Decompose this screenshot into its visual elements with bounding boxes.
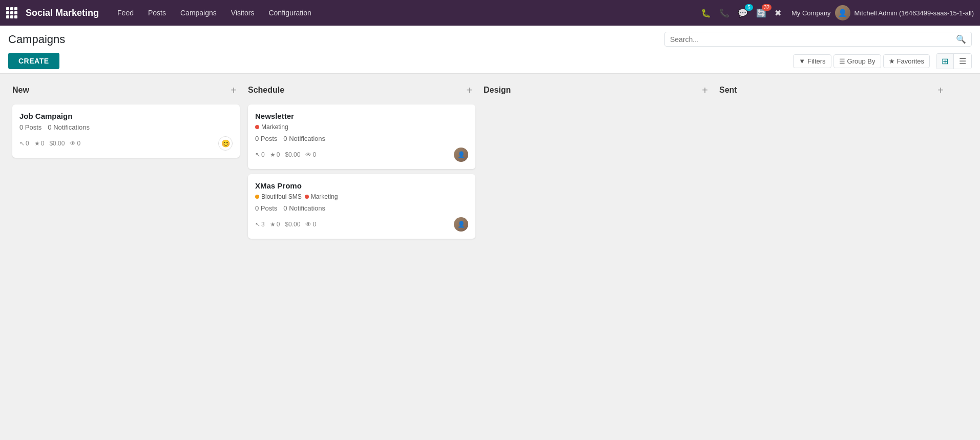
card-posts: 0 Posts [255, 204, 277, 212]
column-add-design[interactable]: + [699, 84, 711, 96]
kanban-column-design: Design + [479, 82, 715, 424]
card-stats-row: 0 Posts 0 Notifications [255, 135, 468, 142]
card-footer: ↖ 3 ★ 0 $0.00 👁 0 [255, 217, 468, 232]
impressions-value: 0 [312, 221, 316, 228]
nav-campaigns[interactable]: Campaigns [174, 6, 223, 20]
subheader-top: Campaigns 🔍 [8, 32, 972, 47]
star-icon: ★ [270, 151, 276, 158]
cursor-icon: ↖ [19, 140, 25, 147]
nav-feed[interactable]: Feed [111, 6, 140, 20]
subheader-actions: CREATE ▼ Filters ☰ Group By ★ Favorites … [8, 53, 972, 73]
column-title-new: New [12, 86, 29, 95]
clicks-value: 0 [261, 151, 265, 158]
cursor-icon: ↖ [255, 221, 260, 228]
eye-icon: 👁 [305, 221, 311, 228]
kanban-column-new: New + Job Campaign 0 Posts 0 Notificatio… [8, 82, 244, 424]
nav-configuration[interactable]: Configuration [262, 6, 317, 20]
groupby-button[interactable]: ☰ Group By [833, 54, 881, 68]
star-icon: ★ [34, 140, 40, 147]
column-header-schedule: Schedule + [248, 82, 475, 98]
activity-badge: 32 [762, 4, 772, 11]
create-button[interactable]: CREATE [8, 53, 59, 69]
groupby-label: Group By [847, 57, 875, 65]
star-icon: ★ [270, 221, 276, 228]
card-notifications: 0 Notifications [283, 135, 325, 142]
tag-label: Bioutifoul SMS [261, 193, 302, 200]
card-tag: Marketing [305, 193, 338, 200]
metric-stars: ★ 0 [34, 140, 45, 147]
metric-impressions: 👁 0 [305, 151, 316, 158]
card-avatar: 👤 [454, 217, 468, 232]
settings-icon-btn[interactable]: ✖ [773, 6, 783, 20]
column-title-sent: Sent [719, 86, 737, 95]
tag-label: Marketing [311, 193, 338, 200]
bug-icon-btn[interactable]: 🐛 [699, 6, 713, 20]
metric-impressions: 👁 0 [70, 140, 80, 147]
stars-value: 0 [277, 151, 280, 158]
search-bar: 🔍 [664, 32, 972, 47]
kanban-card-xmas-promo[interactable]: XMas Promo Bioutifoul SMS Marketing 0 Po… [248, 174, 475, 239]
card-title: Job Campaign [19, 112, 233, 120]
chat-badge: 5 [745, 4, 753, 11]
filter-icon: ▼ [799, 57, 805, 65]
card-notifications: 0 Notifications [283, 204, 325, 212]
user-menu[interactable]: 👤 Mitchell Admin (16463499-saas-15-1-all… [835, 5, 974, 20]
tag-label: Marketing [261, 123, 288, 131]
topbar-icons: 🐛 📞 💬 5 🔄 32 ✖ My Company 👤 Mitchell Adm… [699, 5, 974, 20]
app-grid-icon[interactable] [6, 7, 17, 18]
kanban-board: New + Job Campaign 0 Posts 0 Notificatio… [0, 74, 980, 432]
column-add-new[interactable]: + [227, 84, 240, 96]
filters-button[interactable]: ▼ Filters [793, 54, 831, 68]
dollar-value: $0.00 [285, 151, 300, 158]
favorites-button[interactable]: ★ Favorites [883, 54, 930, 68]
top-nav: Feed Posts Campaigns Visitors Configurat… [111, 6, 695, 20]
card-stats-row: 0 Posts 0 Notifications [255, 204, 468, 212]
column-header-sent: Sent + [719, 82, 947, 98]
search-input[interactable] [670, 35, 956, 44]
kanban-view-button[interactable]: ⊞ [936, 54, 954, 69]
column-title-design: Design [484, 86, 511, 95]
eye-icon: 👁 [70, 140, 76, 147]
column-title-schedule: Schedule [248, 86, 284, 95]
phone-icon-btn[interactable]: 📞 [717, 6, 732, 20]
kanban-card-newsletter[interactable]: Newsletter Marketing 0 Posts 0 Notificat… [248, 104, 475, 169]
column-header-new: New + [12, 82, 240, 98]
filter-actions: ▼ Filters ☰ Group By ★ Favorites ⊞ ☰ [793, 53, 972, 69]
card-metrics: ↖ 0 ★ 0 $0.00 👁 0 [19, 140, 80, 147]
column-add-schedule[interactable]: + [463, 84, 475, 96]
tag-dot [305, 195, 309, 199]
list-view-button[interactable]: ☰ [954, 54, 971, 69]
kanban-column-sent: Sent + [715, 82, 951, 424]
card-posts: 0 Posts [255, 135, 277, 142]
column-add-sent[interactable]: + [934, 84, 947, 96]
card-title: Newsletter [255, 112, 468, 120]
metric-stars: ★ 0 [270, 221, 280, 228]
company-name[interactable]: My Company [791, 9, 831, 17]
activity-icon-btn[interactable]: 🔄 32 [754, 6, 768, 20]
stars-value: 0 [41, 140, 45, 147]
view-toggle: ⊞ ☰ [936, 53, 972, 69]
kanban-card-job-campaign[interactable]: Job Campaign 0 Posts 0 Notifications ↖ 0… [12, 104, 240, 158]
stars-value: 0 [277, 221, 280, 228]
metric-revenue: $0.00 [49, 140, 65, 147]
metric-clicks: ↖ 3 [255, 221, 265, 228]
metric-stars: ★ 0 [270, 151, 280, 158]
app-brand: Social Marketing [26, 8, 99, 18]
nav-posts[interactable]: Posts [142, 6, 172, 20]
card-tags: Bioutifoul SMS Marketing [255, 193, 468, 200]
user-avatar: 👤 [835, 5, 850, 20]
card-footer: ↖ 0 ★ 0 $0.00 👁 0 [19, 136, 233, 151]
column-header-design: Design + [484, 82, 711, 98]
eye-icon: 👁 [305, 151, 311, 158]
impressions-value: 0 [77, 140, 80, 147]
dollar-value: $0.00 [285, 221, 300, 228]
nav-visitors[interactable]: Visitors [225, 6, 261, 20]
chat-icon-btn[interactable]: 💬 5 [736, 6, 750, 20]
metric-revenue: $0.00 [285, 221, 300, 228]
card-tag: Marketing [255, 123, 288, 131]
search-icon[interactable]: 🔍 [956, 34, 966, 44]
metric-clicks: ↖ 0 [255, 151, 265, 158]
metric-clicks: ↖ 0 [19, 140, 29, 147]
page-title: Campaigns [8, 33, 65, 46]
groupby-icon: ☰ [839, 57, 845, 65]
